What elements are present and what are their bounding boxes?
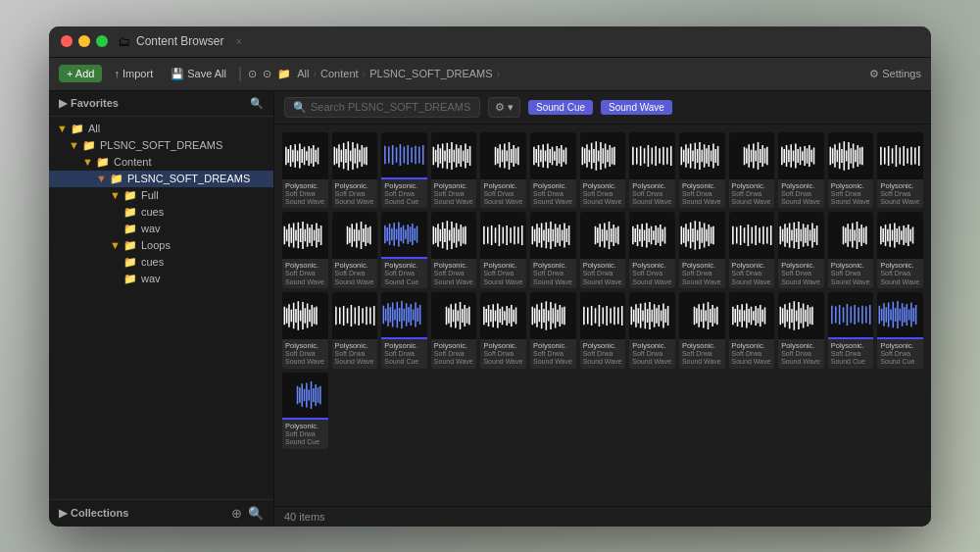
asset-item[interactable]: Polysonic.Soft DrwaSound Wave: [480, 212, 526, 288]
asset-item[interactable]: Polysonic.Soft DrwaSound Wave: [580, 292, 626, 369]
asset-item[interactable]: Polysonic.Soft DrwaSound Cue: [282, 373, 328, 449]
toolbar: + Add ↑ Import 💾 Save All | ⊙ ⊙ 📁 All › …: [49, 58, 931, 91]
filter-icon: ⚙: [495, 101, 505, 114]
asset-item[interactable]: Polysonic.Soft DrwaSound Wave: [282, 212, 328, 288]
collections-label: ▶ Collections: [59, 507, 128, 520]
asset-item[interactable]: Polysonic.Soft DrwaSound Wave: [778, 292, 824, 369]
asset-item[interactable]: Polysonic.Soft DrwaSound Wave: [530, 212, 576, 288]
sidebar-item-plsnc-selected[interactable]: ▼ 📁 PLSNC_SOFT_DREAMS: [49, 171, 273, 187]
asset-item[interactable]: Polysonic.Soft DrwaSound Wave: [580, 212, 626, 288]
folder-cues2-icon: 📁: [123, 256, 137, 269]
asset-item[interactable]: Polysonic.Soft DrwaSound Wave: [580, 132, 626, 209]
sidebar-item-plsnc-root[interactable]: ▼ 📁 PLSNC_SOFT_DREAMS: [49, 137, 273, 154]
asset-item[interactable]: Polysonic.Soft DrwaSound Wave: [332, 132, 378, 209]
asset-item[interactable]: Polysonic.Soft DrwaSound Cue: [381, 132, 427, 209]
asset-item[interactable]: Polysonic.Soft DrwaSound Cue: [828, 292, 874, 369]
asset-item[interactable]: Polysonic.Soft DrwaSound Wave: [877, 132, 923, 209]
asset-label: Polysonic.Soft DrwaSound Cue: [381, 339, 427, 369]
add-button[interactable]: + Add: [59, 65, 102, 82]
asset-item[interactable]: Polysonic.Soft DrwaSound Wave: [828, 132, 874, 209]
history-back[interactable]: ⊙: [248, 68, 257, 80]
asset-label: Polysonic.Soft DrwaSound Wave: [282, 339, 328, 369]
asset-item[interactable]: Polysonic.Soft DrwaSound Cue: [381, 212, 427, 288]
asset-item[interactable]: Polysonic.Soft DrwaSound Wave: [282, 132, 328, 209]
tag-sound-cue[interactable]: Sound Cue: [528, 100, 593, 115]
sidebar-item-wav-1[interactable]: 📁 wav: [49, 221, 273, 237]
path-bar: All › Content › PLSNC_SOFT_DREAMS ›: [297, 68, 863, 79]
asset-item[interactable]: Polysonic.Soft DrwaSound Wave: [530, 132, 576, 209]
asset-item[interactable]: Polysonic.Soft DrwaSound Wave: [729, 212, 775, 288]
asset-item[interactable]: Polysonic.Soft DrwaSound Wave: [679, 212, 725, 288]
history-forward[interactable]: ⊙: [263, 68, 271, 80]
folder-all-icon: ▼ 📁: [57, 123, 84, 135]
asset-item[interactable]: Polysonic.Soft DrwaSound Wave: [778, 132, 824, 209]
asset-label: Polysonic.Soft DrwaSound Wave: [679, 259, 725, 288]
asset-item[interactable]: Polysonic.Soft DrwaSound Wave: [679, 132, 725, 209]
asset-item[interactable]: Polysonic.Soft DrwaSound Wave: [332, 292, 378, 369]
asset-item[interactable]: Polysonic.Soft DrwaSound Wave: [431, 292, 477, 369]
settings-button[interactable]: ⚙ Settings: [869, 68, 921, 80]
asset-item[interactable]: Polysonic.Soft DrwaSound Wave: [828, 212, 874, 288]
add-collection-icon[interactable]: ⊕: [231, 506, 242, 521]
asset-label: Polysonic.Soft DrwaSound Cue: [381, 179, 427, 209]
search-placeholder: Search PLSNC_SOFT_DREAMS: [311, 101, 470, 113]
path-all[interactable]: All: [297, 68, 309, 79]
sidebar-item-content[interactable]: ▼ 📁 Content: [49, 154, 273, 171]
titlebar: 🗂 Content Browser ×: [49, 26, 931, 58]
search-collections-icon[interactable]: 🔍: [248, 506, 264, 521]
minimize-button[interactable]: [78, 35, 90, 47]
asset-label: Polysonic.Soft DrwaSound Wave: [332, 259, 378, 288]
asset-label: Polysonic.Soft DrwaSound Wave: [729, 259, 775, 288]
tab-close-icon[interactable]: ×: [235, 35, 241, 47]
sidebar-item-all[interactable]: ▼ 📁 All: [49, 121, 273, 137]
tag-sound-wave[interactable]: Sound Wave: [601, 100, 672, 115]
asset-item[interactable]: Polysonic.Soft DrwaSound Cue: [381, 292, 427, 369]
asset-label: Polysonic.Soft DrwaSound Wave: [828, 179, 874, 209]
sidebar-item-wav-2[interactable]: 📁 wav: [49, 271, 273, 287]
asset-item[interactable]: Polysonic.Soft DrwaSound Wave: [729, 132, 775, 209]
search-box[interactable]: 🔍 Search PLSNC_SOFT_DREAMS: [284, 97, 480, 118]
path-arrow-2: ›: [363, 68, 367, 79]
asset-label: Polysonic.Soft DrwaSound Wave: [480, 259, 526, 288]
path-content[interactable]: Content: [320, 68, 359, 79]
import-button[interactable]: ↑ Import: [108, 65, 159, 82]
asset-item[interactable]: Polysonic.Soft DrwaSound Wave: [530, 292, 576, 369]
asset-item[interactable]: Polysonic.Soft DrwaSound Wave: [480, 292, 526, 369]
asset-item[interactable]: Polysonic.Soft DrwaSound Wave: [629, 132, 675, 209]
sidebar-item-cues-1[interactable]: 📁 cues: [49, 204, 273, 221]
asset-label: Polysonic.Soft DrwaSound Wave: [679, 339, 725, 369]
save-all-button[interactable]: 💾 Save All: [165, 65, 232, 83]
maximize-button[interactable]: [96, 35, 108, 47]
filter-button[interactable]: ⚙ ▾: [488, 97, 520, 118]
asset-item[interactable]: Polysonic.Soft DrwaSound Wave: [629, 292, 675, 369]
asset-label: Polysonic.Soft DrwaSound Wave: [629, 259, 675, 288]
content-grid: Polysonic.Soft DrwaSound WavePolysonic.S…: [274, 125, 931, 506]
folder-loops-icon: ▼ 📁: [110, 239, 137, 252]
asset-item[interactable]: Polysonic.Soft DrwaSound Wave: [332, 212, 378, 288]
path-plsnc[interactable]: PLSNC_SOFT_DREAMS: [369, 68, 492, 79]
asset-label: Polysonic.Soft DrwaSound Cue: [877, 339, 923, 369]
asset-label: Polysonic.Soft DrwaSound Cue: [828, 339, 874, 369]
asset-label: Polysonic.Soft DrwaSound Wave: [877, 259, 923, 288]
close-button[interactable]: [61, 35, 73, 47]
collections-section: ▶ Collections ⊕ 🔍: [49, 499, 273, 527]
asset-item[interactable]: Polysonic.Soft DrwaSound Wave: [282, 292, 328, 369]
asset-item[interactable]: Polysonic.Soft DrwaSound Wave: [431, 212, 477, 288]
sidebar-search-icon[interactable]: 🔍: [250, 97, 264, 110]
path-arrow-3: ›: [497, 68, 501, 79]
asset-item[interactable]: Polysonic.Soft DrwaSound Wave: [480, 132, 526, 209]
asset-item[interactable]: Polysonic.Soft DrwaSound Wave: [629, 212, 675, 288]
asset-item[interactable]: Polysonic.Soft DrwaSound Wave: [431, 132, 477, 209]
asset-item[interactable]: Polysonic.Soft DrwaSound Cue: [877, 292, 923, 369]
search-icon: 🔍: [293, 101, 307, 114]
asset-label: Polysonic.Soft DrwaSound Wave: [778, 259, 824, 288]
folder-icon: 📁: [277, 68, 291, 80]
sidebar-item-cues-2[interactable]: 📁 cues: [49, 254, 273, 271]
items-count: 40 items: [284, 511, 325, 523]
asset-item[interactable]: Polysonic.Soft DrwaSound Wave: [729, 292, 775, 369]
asset-item[interactable]: Polysonic.Soft DrwaSound Wave: [679, 292, 725, 369]
sidebar-item-full[interactable]: ▼ 📁 Full: [49, 187, 273, 204]
sidebar-item-loops[interactable]: ▼ 📁 Loops: [49, 237, 273, 254]
asset-item[interactable]: Polysonic.Soft DrwaSound Wave: [877, 212, 923, 288]
asset-item[interactable]: Polysonic.Soft DrwaSound Wave: [778, 212, 824, 288]
